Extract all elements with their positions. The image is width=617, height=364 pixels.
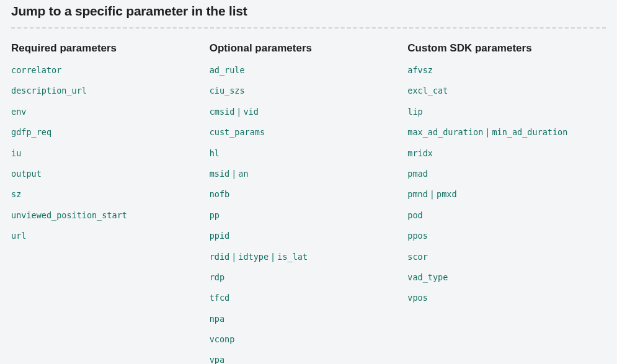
parameter-item: rdid|idtype|is_lat [210, 250, 408, 264]
parameter-link[interactable]: pmxd [437, 189, 457, 199]
parameter-item: lip [407, 105, 606, 118]
parameter-item: nofb [210, 187, 408, 201]
parameter-link[interactable]: max_ad_duration [407, 127, 483, 137]
parameter-link[interactable]: pmad [407, 169, 428, 179]
parameter-item: pod [407, 208, 606, 222]
parameter-link[interactable]: rdp [210, 272, 224, 282]
parameter-item: hl [210, 146, 408, 160]
parameter-link[interactable]: vpa [210, 355, 224, 364]
parameter-item: cmsid|vid [210, 105, 408, 118]
section-divider [11, 27, 606, 29]
parameter-item: url [11, 229, 210, 242]
parameter-link[interactable]: an [238, 169, 248, 179]
column-heading: Custom SDK parameters [407, 42, 606, 55]
parameter-link[interactable]: is_lat [277, 252, 308, 262]
parameter-item: vpa [210, 353, 408, 364]
parameter-link[interactable]: ppid [210, 231, 230, 241]
parameter-link[interactable]: mridx [407, 148, 433, 158]
parameter-link[interactable]: sz [11, 189, 21, 199]
parameter-list: ad_ruleciu_szscmsid|vidcust_paramshlmsid… [210, 63, 408, 364]
parameter-column: Optional parametersad_ruleciu_szscmsid|v… [210, 42, 408, 364]
parameter-column: Custom SDK parametersafvszexcl_catlipmax… [407, 42, 606, 364]
parameter-list: afvszexcl_catlipmax_ad_duration|min_ad_d… [407, 63, 606, 305]
parameter-item: ppid [210, 229, 408, 242]
parameter-link[interactable]: correlator [11, 65, 61, 75]
parameter-link[interactable]: ciu_szs [210, 86, 245, 95]
parameter-item: gdfp_req [11, 125, 210, 139]
parameter-link[interactable]: afvsz [407, 65, 433, 75]
parameter-item: excl_cat [407, 84, 606, 97]
parameter-link[interactable]: gdfp_req [11, 127, 51, 137]
parameter-link[interactable]: url [11, 231, 26, 241]
pipe-separator: | [236, 107, 241, 117]
parameter-link[interactable]: vconp [210, 334, 235, 344]
parameter-item: vconp [210, 332, 408, 346]
parameter-link[interactable]: lip [407, 107, 422, 117]
parameter-item: afvsz [407, 63, 606, 77]
parameter-link[interactable]: tfcd [210, 293, 230, 303]
parameter-item: output [11, 167, 210, 180]
parameter-list: correlatordescription_urlenvgdfp_reqiuou… [11, 63, 210, 243]
parameter-link[interactable]: rdid [210, 252, 230, 262]
parameter-link[interactable]: cust_params [210, 127, 265, 137]
page-title: Jump to a specific parameter in the list [11, 4, 606, 19]
parameter-item: pmnd|pmxd [407, 187, 606, 201]
parameter-link[interactable]: description_url [11, 86, 87, 95]
parameter-link[interactable]: unviewed_position_start [11, 210, 127, 220]
parameter-item: ppos [407, 229, 606, 242]
parameter-link[interactable]: ad_rule [210, 65, 245, 75]
parameter-item: npa [210, 312, 408, 326]
pipe-separator: | [270, 252, 275, 262]
parameter-link[interactable]: pod [407, 210, 422, 220]
parameter-item: ad_rule [210, 63, 408, 77]
parameter-link[interactable]: output [11, 169, 42, 179]
parameter-link[interactable]: hl [210, 148, 220, 158]
parameter-link[interactable]: msid [210, 169, 230, 179]
parameter-item: correlator [11, 63, 210, 77]
parameter-item: mridx [407, 146, 606, 160]
parameter-item: pp [210, 208, 408, 222]
parameter-item: vpos [407, 291, 606, 304]
parameter-item: env [11, 105, 210, 118]
parameter-item: msid|an [210, 167, 408, 180]
parameter-item: description_url [11, 84, 210, 97]
parameter-link[interactable]: cmsid [210, 107, 235, 117]
pipe-separator: | [430, 189, 435, 199]
column-heading: Required parameters [11, 42, 210, 55]
parameter-link[interactable]: ppos [407, 231, 428, 241]
parameter-link[interactable]: iu [11, 148, 21, 158]
parameter-link[interactable]: excl_cat [407, 86, 448, 95]
parameter-link[interactable]: env [11, 107, 26, 117]
parameter-item: rdp [210, 270, 408, 284]
column-heading: Optional parameters [210, 42, 408, 55]
parameter-link[interactable]: pmnd [407, 189, 428, 199]
parameter-link[interactable]: idtype [238, 252, 269, 262]
pipe-separator: | [485, 127, 490, 137]
parameter-columns: Required parameterscorrelatordescription… [11, 42, 606, 364]
parameter-item: cust_params [210, 125, 408, 139]
parameter-item: max_ad_duration|min_ad_duration [407, 125, 606, 139]
parameter-item: sz [11, 187, 210, 201]
parameter-item: scor [407, 250, 606, 264]
parameter-link[interactable]: min_ad_duration [492, 127, 567, 137]
pipe-separator: | [231, 169, 236, 179]
parameter-item: iu [11, 146, 210, 160]
parameter-item: pmad [407, 167, 606, 180]
parameter-link[interactable]: vid [243, 107, 258, 117]
parameter-item: vad_type [407, 270, 606, 284]
parameter-item: unviewed_position_start [11, 208, 210, 222]
parameter-link[interactable]: pp [210, 210, 220, 220]
parameter-link[interactable]: vpos [407, 293, 428, 303]
parameter-item: tfcd [210, 291, 408, 304]
parameter-link[interactable]: nofb [210, 189, 230, 199]
parameter-column: Required parameterscorrelatordescription… [11, 42, 210, 364]
parameter-link[interactable]: scor [407, 252, 428, 262]
pipe-separator: | [231, 252, 236, 262]
parameter-link[interactable]: npa [210, 314, 224, 324]
parameter-link[interactable]: vad_type [407, 272, 448, 282]
parameter-item: ciu_szs [210, 84, 408, 97]
